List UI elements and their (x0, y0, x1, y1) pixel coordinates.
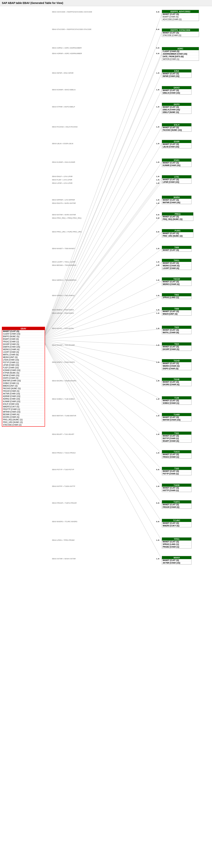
entity-T024D[interactable]: T024D MANDT [CLNT (3)] WERKS [CHAR (4)] … (162, 359, 191, 370)
card-konnr: 1..N (156, 89, 159, 91)
entity-header-ISDFPS_ADVCODE2: ISDFPS_ADVCODE2 (162, 10, 199, 13)
entity-header-WAKH: WAKH (162, 556, 191, 559)
card-beswk: 1..N (156, 264, 159, 266)
entity-T163K[interactable]: T163K MANDT [CLNT (3)] KNTTP [CHAR (1)] (162, 484, 191, 492)
field-MANDT-tprg: MANDT [CLNT (3)] (162, 540, 191, 543)
entity-T002[interactable]: T002 SPRAS [LANG (1)] (162, 293, 191, 299)
entity-EBAV[interactable]: EBAV MANDT [CLNT (3)] CLIENT [CHAR (10)]… (2, 327, 45, 427)
rel-ktpnr: EBAV-KTPNR = EKPO-EBELP (52, 106, 75, 108)
entity-T148[interactable]: T148 MANDT [CLNT (3)] SOBKZ [CHAR (1)] (162, 396, 191, 405)
rel-bsart: EBAV-BSART = T161-BSART (52, 433, 74, 435)
field-MFRNR: MFRNR [CHAR (10)] (2, 411, 45, 413)
card-ekorg: 1..N (156, 380, 159, 382)
entity-TCURC[interactable]: TCURC MANDT [CLNT (3)] WAERS [CUKY (5)] (162, 519, 191, 527)
field-CLIENT-adrc: CLIENT [CHAR (3)] (162, 50, 199, 53)
field-MANDT-t024e: MANDT [CLNT (3)] (162, 381, 191, 383)
entity-T024E[interactable]: T024E MANDT [CLNT (3)] EKORG [CHAR (4)] (162, 378, 191, 386)
entity-T024[interactable]: T024 MANDT [CLNT (3)] EKGRP [CHAR (3)] (162, 342, 191, 351)
entity-T161S[interactable]: T161S MANDT [CLNT (3)] FRGKZ [CHAR (1)] (162, 450, 191, 459)
entity-header-T001L: T001L (162, 259, 191, 262)
svg-line-13 (45, 199, 162, 336)
entity-T16FG[interactable]: T16FG MANDT [CLNT (3)] FRGGR [CHAR (2)] (162, 500, 191, 509)
svg-line-19 (45, 296, 162, 339)
entity-T023[interactable]: T023 MANDT [CLNT (3)] MATKL [CHAR (9)] (162, 326, 191, 334)
field-MANDT-t161s: MANDT [CLNT (3)] (162, 453, 191, 456)
rel-meins: EBAV-MEINS = T006-MSEHI (52, 312, 74, 314)
entity-PREQ[interactable]: PREQ MANDT [CLNT (3)] PRIQ_REQ [NUMC (3)… (162, 212, 193, 221)
card-ematn: 1..N (156, 202, 159, 204)
field-KUNNR-kna1: KUNNR [CHAR (10)] (162, 164, 191, 167)
field-EMATN: EMATN [CHAR (18)] (2, 346, 45, 348)
field-AKTNR-wakh: AKTNR [CHAR (10)] (162, 562, 191, 564)
field-PRIO_URG-purg: PRIO_URG [NUMC (2)] (162, 235, 193, 237)
entity-EINA[interactable]: EINA MANDT [CLNT (3)] INFNR [CHAR (10)] (162, 69, 191, 78)
field-MANDT-t149d: MANDT [CLNT (3)] (162, 416, 191, 419)
field-LBLNI: LBLNI [CHAR (10)] (162, 146, 191, 148)
entity-T001L[interactable]: T001L MANDT [CLNT (3)] WERKS [CHAR (4)] … (162, 259, 191, 270)
entity-ISDFPS_CSTACODE[interactable]: ISDFPS_CSTACODE MANDT [CLNT (3)] STACODE… (162, 28, 199, 37)
entity-LFA1[interactable]: LFA1 MANDT [CLNT (3)] LIFNR [CHAR (10)] (162, 175, 191, 184)
field-SPRAS-tprg: SPRAS [LANG (1)] (162, 543, 191, 546)
entity-TPRG[interactable]: TPRG MANDT [CLNT (3)] SPRAS [LANG (1)] P… (162, 537, 191, 549)
card-dispo: 1..N (156, 361, 159, 363)
field-EBELN: EBELN [CHAR (10)] (162, 92, 191, 94)
entity-EKPO[interactable]: EKPO MANDT [CLNT (3)] EBELN [CHAR (10)] … (162, 103, 191, 114)
entity-ESSR[interactable]: ESSR MANDT [CLNT (3)] LBLNI [CHAR (10)] (162, 140, 191, 148)
rel-ekgrp: EBAV-EKGRP = T024-EKGRP (52, 344, 75, 346)
entity-T000[interactable]: T000 MANDT [CLNT (3)] (162, 246, 191, 252)
rel-flief: EBAV-FLIEF = LFAI-LIFNR (52, 179, 72, 181)
field-MANDT-kna1: MANDT [CLNT (3)] (162, 162, 191, 164)
entity-ISDFPS_ADVCODE2[interactable]: ISDFPS_ADVCODE2 MANDT [CLNT (3)] BSART [… (162, 10, 199, 21)
entity-header-T006: T006 (162, 307, 191, 310)
card-mfrnr: 1..N (156, 199, 159, 201)
card-pstyp: 0..N (156, 469, 159, 470)
card-advcode: 0..N (156, 11, 159, 13)
entity-T161[interactable]: T161 MANDT [CLNT (3)] BSTYP [CHAR (1)] B… (162, 432, 191, 443)
entity-EKKO[interactable]: EKKO MANDT [CLNT (3)] EBELN [CHAR (10)] (162, 86, 191, 95)
entity-ADRC[interactable]: ADRC CLIENT [CHAR (3)] ADDRNUMBER [CHAR … (162, 47, 199, 61)
entity-MARA[interactable]: MARA MANDT [CLNT (3)] MATNR [CHAR (18)] (162, 195, 191, 204)
entity-T006[interactable]: T006 MANDT [CLNT (3)] MSEHI [UNIT (3)] (162, 307, 191, 316)
entity-ESLH[interactable]: ESLH MANDT [CLNT (3)] PACKNO [NUMC (10)] (162, 123, 191, 132)
rel-infnr: EBAV-INFNR = EINA-INFNR (52, 72, 74, 74)
card-prio-urg: 0..N (156, 231, 159, 233)
entity-header-T148: T148 (162, 396, 191, 399)
entity-header-ISDFPS_CSTACODE: ISDFPS_CSTACODE (162, 29, 199, 32)
entity-PURG[interactable]: PURG MANDT [CLNT (3)] PRIO_URG [NUMC (2)… (162, 229, 193, 238)
svg-line-6 (45, 106, 162, 334)
field-MANDT-t000: MANDT [CLNT (3)] (162, 249, 191, 251)
field-BESWK: BESWK [CHAR (4)] (2, 413, 45, 416)
card-lgort: 1..N (156, 261, 159, 263)
entity-T001W[interactable]: T001W MANDT [CLNT (3)] WERKS [CHAR (4)] (162, 277, 191, 286)
rel-kunnr: EBAV-KUNNR = KNAI-KUNNR (52, 161, 75, 163)
entity-KNA1[interactable]: KNA1 MANDT [CLNT (3)] KUNNR [CHAR (10)] (162, 158, 191, 167)
entity-header-T163K: T163K (162, 484, 191, 487)
field-PACKNO: PACKNO [NUMC (5)] (2, 387, 45, 390)
field-MANDT-advcode2: MANDT [CLNT (3)] (162, 13, 199, 16)
svg-line-20 (45, 310, 162, 339)
entity-header-ESLH: ESLH (162, 123, 191, 126)
field-FRGKZ: FRGKZ [CHAR (1)] (2, 340, 45, 343)
field-MATKL-t023: MATKL [CHAR (9)] (162, 331, 191, 334)
field-DISPO-t024d: DISPO [CHAR (3)] (162, 367, 191, 370)
field-MANDT-t16fg: MANDT [CLNT (3)] (162, 503, 191, 506)
field-MANDT-t006: MANDT [CLNT (3)] (162, 310, 191, 313)
entity-header-TCURC: TCURC (162, 519, 191, 522)
field-KNTTP: KNTTP [CHAR (1)] (162, 489, 191, 492)
field-MANDT-eina: MANDT [CLNT (3)] (162, 72, 191, 75)
entity-WAKH[interactable]: WAKH MANDT [CLNT (3)] AKTNR [CHAR (10)] (162, 556, 191, 564)
entity-T149D[interactable]: T149D MANDT [CLNT (3)] BWTAR [CHAR (10)] (162, 413, 191, 422)
field-MANDT-preq: MANDT [CLNT (3)] (162, 215, 193, 218)
entity-header-EKPO: EKPO (162, 103, 191, 106)
field-PRGBZ: PRGBZ [CHAR (1)] (162, 546, 191, 548)
card-lblni: 1..N (156, 143, 159, 145)
svg-line-17 (45, 262, 162, 338)
entity-header-T149D: T149D (162, 413, 191, 416)
field-WAERS-tcurc: WAERS [CUKY (5)] (162, 525, 191, 527)
card-matkl: 1..N (156, 328, 159, 329)
field-BWTAR-t149d: BWTAR [CHAR (10)] (162, 419, 191, 421)
entity-header-T163: T163 (162, 467, 191, 470)
svg-line-2 (45, 53, 162, 332)
entity-T163[interactable]: T163 MANDT [CLNT (3)] PSTYP [CHAR (1)] (162, 467, 191, 475)
rel-konnr: EBAV-KONNR = EKKO-EBELN (52, 89, 76, 91)
